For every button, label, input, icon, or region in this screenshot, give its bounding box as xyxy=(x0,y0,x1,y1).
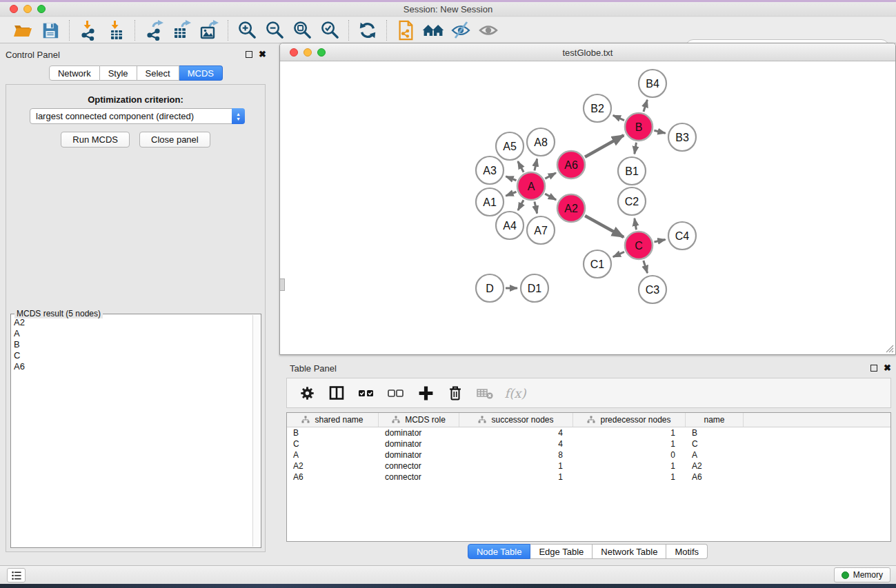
table-panel-float-icon[interactable] xyxy=(870,365,877,372)
show-all-button[interactable] xyxy=(477,19,500,41)
graph-edge-C-C1[interactable] xyxy=(613,252,624,256)
graph-edge-A-A3[interactable] xyxy=(506,176,516,181)
cell[interactable]: dominator xyxy=(379,450,459,460)
graph-edge-A-A4[interactable] xyxy=(518,200,524,210)
cell[interactable]: connector xyxy=(379,461,459,471)
graph-edge-B-B1[interactable] xyxy=(635,143,637,154)
import-table-button[interactable] xyxy=(104,19,128,41)
node-table[interactable]: shared nameMCDS rolesuccessor nodesprede… xyxy=(286,412,891,542)
birdseye-view-handle[interactable] xyxy=(280,278,285,291)
control-panel-float-icon[interactable] xyxy=(246,51,252,58)
cell[interactable]: A6 xyxy=(287,472,379,482)
resize-grip-icon[interactable] xyxy=(884,343,894,353)
cell[interactable]: 1 xyxy=(459,461,573,471)
cell[interactable]: C xyxy=(686,439,744,449)
tab-select[interactable]: Select xyxy=(137,65,179,81)
show-columns-button[interactable] xyxy=(325,381,348,405)
node-table-body[interactable]: Bdominator41BCdominator41CAdominator80AA… xyxy=(287,427,890,483)
deselect-all-columns-button[interactable] xyxy=(384,381,408,405)
cell[interactable]: B xyxy=(287,428,379,438)
cell[interactable]: A xyxy=(686,450,744,460)
add-column-button[interactable] xyxy=(414,381,437,405)
export-table-button[interactable] xyxy=(170,19,193,41)
tab-style[interactable]: Style xyxy=(100,65,137,81)
save-session-button[interactable] xyxy=(39,19,62,41)
import-network-button[interactable] xyxy=(77,19,100,41)
tab-mcds[interactable]: MCDS xyxy=(179,65,223,81)
result-node-b[interactable]: B xyxy=(14,339,251,350)
result-node-a2[interactable]: A2 xyxy=(14,317,251,328)
graph-edge-A6-B[interactable] xyxy=(585,135,624,157)
graph-edge-C-C3[interactable] xyxy=(644,261,648,273)
table-row-a[interactable]: Adominator80A xyxy=(287,449,890,460)
zoom-fit-button[interactable] xyxy=(290,19,314,41)
cell[interactable]: 1 xyxy=(459,472,573,482)
cell[interactable]: 8 xyxy=(459,450,573,460)
graph-edge-B-B2[interactable] xyxy=(613,115,624,120)
cell[interactable]: 1 xyxy=(573,461,686,471)
network-graph[interactable]: B4B2BB3A5A8A6B1A3AC2A1A2A4A7C4CC1C3DD1 xyxy=(280,61,895,354)
tab-network[interactable]: Network xyxy=(49,65,100,81)
graph-edge-B-B4[interactable] xyxy=(644,100,647,112)
table-row-b[interactable]: Bdominator41B xyxy=(287,427,890,438)
table-row-a6[interactable]: A6connector11A6 xyxy=(287,472,890,483)
graph-edge-B-B3[interactable] xyxy=(654,130,665,133)
run-mcds-button[interactable]: Run MCDS xyxy=(61,132,130,148)
delete-columns-button[interactable] xyxy=(444,381,467,405)
graph-edge-A-A6[interactable] xyxy=(545,173,556,179)
table-tab-edge-table[interactable]: Edge Table xyxy=(530,544,593,559)
graph-edge-A-A8[interactable] xyxy=(535,159,537,170)
close-panel-button[interactable]: Close panel xyxy=(139,132,210,148)
optimization-criterion-dropdown[interactable]: largest connected component (directed) ▲… xyxy=(30,108,245,124)
hide-selected-button[interactable] xyxy=(449,19,472,41)
graph-edge-A-A5[interactable] xyxy=(518,161,524,172)
column-header-MCDS-role[interactable]: MCDS role xyxy=(379,413,459,427)
delete-table-button[interactable] xyxy=(473,381,497,405)
column-header-shared-name[interactable]: shared name xyxy=(287,413,379,427)
table-panel-close-icon[interactable]: ✖ xyxy=(884,365,891,372)
result-node-a[interactable]: A xyxy=(14,328,251,339)
result-node-a6[interactable]: A6 xyxy=(14,361,251,372)
cell[interactable]: 4 xyxy=(459,439,573,449)
export-network-button[interactable] xyxy=(142,19,166,41)
select-all-columns-button[interactable] xyxy=(355,381,378,405)
cell[interactable]: A xyxy=(287,450,379,460)
new-network-from-selection-button[interactable] xyxy=(394,19,417,41)
export-image-button[interactable] xyxy=(197,19,221,41)
network-canvas[interactable]: B4B2BB3A5A8A6B1A3AC2A1A2A4A7C4CC1C3DD1 xyxy=(280,61,895,354)
cell[interactable]: A2 xyxy=(686,461,744,471)
zoom-out-button[interactable] xyxy=(263,19,286,41)
graph-edge-A-A1[interactable] xyxy=(506,192,516,196)
function-builder-button[interactable]: f(x) xyxy=(503,381,526,405)
column-header-successor-nodes[interactable]: successor nodes xyxy=(459,413,573,427)
column-header-predecessor-nodes[interactable]: predecessor nodes xyxy=(573,413,686,427)
column-header-name[interactable]: name xyxy=(686,413,744,427)
cell[interactable]: C xyxy=(287,439,379,449)
cell[interactable]: 0 xyxy=(573,450,686,460)
cell[interactable]: connector xyxy=(379,472,459,482)
table-options-button[interactable] xyxy=(295,381,319,405)
table-tab-motifs[interactable]: Motifs xyxy=(666,544,708,559)
graph-edge-C-C2[interactable] xyxy=(635,219,637,230)
control-panel-close-icon[interactable]: ✖ xyxy=(259,51,266,58)
open-file-button[interactable] xyxy=(11,19,34,41)
network-window-titlebar[interactable]: testGlobe.txt xyxy=(280,43,895,61)
table-tab-network-table[interactable]: Network Table xyxy=(593,544,666,559)
memory-button[interactable]: Memory xyxy=(834,567,890,582)
cell[interactable]: dominator xyxy=(379,439,459,449)
mcds-result-list[interactable]: A2ABCA6 xyxy=(14,317,251,545)
zoom-selected-button[interactable] xyxy=(318,19,341,41)
table-row-c[interactable]: Cdominator41C xyxy=(287,438,890,449)
graph-edge-A-A7[interactable] xyxy=(535,201,537,213)
graph-edge-A2-C[interactable] xyxy=(585,216,624,237)
apply-layout-button[interactable] xyxy=(356,19,379,41)
zoom-in-button[interactable] xyxy=(235,19,259,41)
graph-edge-A-A2[interactable] xyxy=(545,194,556,200)
home-fit-button[interactable] xyxy=(421,19,445,41)
cell[interactable]: B xyxy=(686,428,744,438)
table-row-a2[interactable]: A2connector11A2 xyxy=(287,460,890,472)
cell[interactable]: 1 xyxy=(573,472,686,482)
cell[interactable]: 1 xyxy=(573,439,686,449)
graph-edge-C-C4[interactable] xyxy=(654,239,665,242)
cell[interactable]: A2 xyxy=(287,461,379,471)
